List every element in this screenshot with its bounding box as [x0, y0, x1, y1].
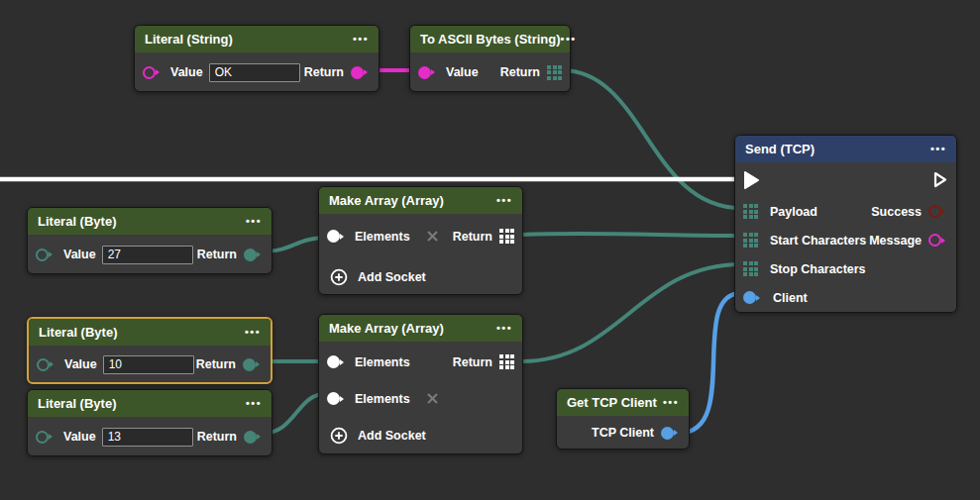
node-title: Make Array (Array) — [329, 321, 496, 336]
output-port-return-array-icon[interactable] — [547, 65, 562, 80]
node-menu-icon[interactable]: ••• — [353, 34, 369, 45]
node-menu-icon[interactable]: ••• — [663, 397, 679, 408]
node-title: Literal (Byte) — [38, 214, 246, 229]
node-menu-icon[interactable]: ••• — [496, 323, 512, 334]
node-menu-icon[interactable]: ••• — [561, 34, 577, 45]
return-label: Return — [197, 248, 237, 261]
input-port-value[interactable] — [418, 66, 438, 79]
node-editor-canvas[interactable]: Literal (String) ••• Value Return To ASC… — [0, 0, 980, 500]
node-header[interactable]: Get TCP Client ••• — [557, 389, 689, 416]
payload-label: Payload — [770, 205, 817, 219]
return-label: Return — [500, 65, 540, 79]
return-label: Return — [196, 357, 236, 371]
node-header[interactable]: Literal (String) ••• — [135, 26, 379, 52]
output-port-return-array-icon[interactable] — [499, 229, 514, 244]
value-label: Value — [64, 357, 97, 371]
value-input[interactable] — [102, 428, 193, 447]
node-make-array-1[interactable]: Make Array (Array) ••• Elements Return A… — [318, 186, 523, 295]
node-title: To ASCII Bytes (String) — [420, 32, 561, 47]
input-port-payload-array-icon[interactable] — [743, 204, 758, 219]
input-port-client[interactable] — [743, 291, 763, 304]
stop-characters-label: Stop Characters — [770, 262, 866, 276]
return-label: Return — [304, 65, 344, 79]
wire-ascii-to-payload[interactable] — [562, 70, 741, 208]
output-port-success[interactable] — [928, 205, 948, 218]
add-socket-icon[interactable] — [330, 268, 348, 286]
tcp-client-label: TCP Client — [592, 426, 654, 440]
wire-makearray1-to-startchars[interactable] — [521, 234, 741, 236]
input-port-elements-1[interactable] — [327, 355, 347, 368]
add-socket-label[interactable]: Add Socket — [358, 429, 426, 443]
value-label: Value — [446, 65, 479, 79]
add-socket-label[interactable]: Add Socket — [358, 270, 426, 284]
elements-1-label: Elements — [355, 355, 410, 369]
output-port-tcp-client[interactable] — [661, 427, 681, 440]
node-header[interactable]: Send (TCP) ••• — [735, 136, 956, 162]
input-port-value[interactable] — [143, 66, 163, 79]
node-menu-icon[interactable]: ••• — [930, 144, 946, 154]
node-header[interactable]: Make Array (Array) ••• — [319, 187, 522, 214]
node-send-tcp[interactable]: Send (TCP) ••• Payload Success Start Cha… — [734, 135, 957, 313]
client-label: Client — [773, 291, 808, 305]
wire-makearray2-to-stopchars[interactable] — [521, 264, 741, 361]
node-title: Send (TCP) — [745, 142, 930, 156]
node-title: Literal (Byte) — [39, 325, 245, 340]
value-input[interactable] — [103, 355, 194, 374]
input-port-startchars-array-icon[interactable] — [743, 233, 758, 248]
node-header[interactable]: Literal (Byte) ••• — [28, 208, 272, 235]
node-title: Get TCP Client — [567, 395, 663, 410]
node-title: Literal (Byte) — [38, 396, 246, 411]
node-get-tcp-client[interactable]: Get TCP Client ••• TCP Client — [556, 388, 690, 450]
node-title: Literal (String) — [145, 32, 353, 47]
output-port-message[interactable] — [928, 234, 948, 247]
value-label: Value — [170, 65, 203, 79]
value-label: Value — [63, 430, 96, 444]
elements-label: Elements — [355, 230, 410, 244]
node-literal-byte-27[interactable]: Literal (Byte) ••• Value Return — [27, 207, 272, 274]
node-header[interactable]: Literal (Byte) ••• — [28, 390, 272, 417]
node-to-ascii-bytes[interactable]: To ASCII Bytes (String) ••• Value Return — [409, 25, 571, 92]
success-label: Success — [871, 205, 922, 219]
node-menu-icon[interactable]: ••• — [245, 327, 261, 338]
value-input[interactable] — [209, 63, 300, 82]
output-port-return[interactable] — [243, 358, 263, 371]
add-socket-icon[interactable] — [330, 427, 348, 445]
return-label: Return — [197, 430, 237, 444]
exec-output-icon[interactable] — [932, 170, 948, 189]
output-port-return[interactable] — [244, 249, 264, 261]
message-label: Message — [869, 234, 922, 248]
node-make-array-2[interactable]: Make Array (Array) ••• Elements Return E… — [318, 314, 523, 454]
output-port-return-array-icon[interactable] — [499, 354, 514, 369]
output-port-return[interactable] — [244, 431, 264, 444]
node-literal-string[interactable]: Literal (String) ••• Value Return — [134, 25, 380, 92]
node-header[interactable]: To ASCII Bytes (String) ••• — [410, 26, 570, 52]
input-port-elements[interactable] — [327, 230, 347, 243]
node-menu-icon[interactable]: ••• — [246, 216, 262, 227]
input-port-value[interactable] — [36, 431, 55, 444]
remove-socket-icon[interactable] — [426, 230, 439, 243]
node-header[interactable]: Make Array (Array) ••• — [319, 315, 522, 342]
node-literal-byte-13[interactable]: Literal (Byte) ••• Value Return — [27, 389, 272, 456]
node-menu-icon[interactable]: ••• — [496, 195, 512, 206]
input-port-stopchars-array-icon[interactable] — [743, 261, 758, 276]
node-title: Make Array (Array) — [329, 193, 496, 208]
remove-socket-icon[interactable] — [426, 392, 439, 405]
output-port-return[interactable] — [351, 66, 371, 79]
return-label: Return — [453, 230, 492, 244]
elements-2-label: Elements — [355, 392, 410, 406]
node-literal-byte-10[interactable]: Literal (Byte) ••• Value Return — [27, 317, 272, 384]
node-header[interactable]: Literal (Byte) ••• — [29, 319, 271, 346]
input-port-elements-2[interactable] — [327, 392, 347, 405]
input-port-value[interactable] — [37, 358, 56, 371]
value-label: Value — [63, 248, 96, 261]
exec-input-icon[interactable] — [743, 170, 760, 190]
start-characters-label: Start Characters — [770, 234, 866, 248]
node-menu-icon[interactable]: ••• — [246, 398, 262, 409]
input-port-value[interactable] — [36, 249, 55, 261]
value-input[interactable] — [102, 246, 193, 264]
return-label: Return — [453, 355, 492, 369]
